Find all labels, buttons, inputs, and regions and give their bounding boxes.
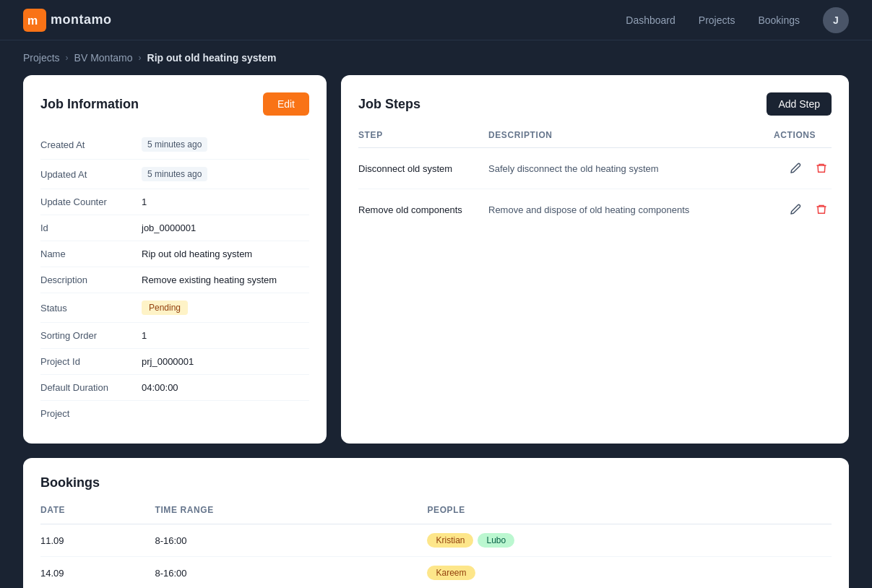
nav-projects[interactable]: Projects bbox=[699, 14, 735, 26]
steps-table: Step Description Actions Disconnect old … bbox=[358, 130, 832, 230]
info-row: Project bbox=[40, 401, 309, 427]
user-avatar[interactable]: J bbox=[823, 7, 849, 33]
step-description: Safely disconnect the old heating system bbox=[488, 148, 774, 189]
job-steps-title: Job Steps bbox=[358, 97, 420, 112]
info-field-value: Remove existing heating system bbox=[142, 267, 309, 293]
nav-links: Dashboard Projects Bookings bbox=[626, 14, 800, 26]
bookings-col-time: Time Range bbox=[155, 505, 427, 524]
cards-row: Job Information Edit Created At5 minutes… bbox=[23, 75, 849, 444]
nav-bookings[interactable]: Bookings bbox=[758, 14, 800, 26]
info-field-label: Description bbox=[40, 267, 142, 293]
delete-step-icon[interactable] bbox=[811, 199, 832, 220]
step-actions bbox=[774, 148, 832, 189]
booking-people: Kareem bbox=[427, 557, 832, 589]
bookings-col-date: Date bbox=[40, 505, 155, 524]
booking-time-range: 8-16:00 bbox=[155, 557, 427, 589]
edit-step-icon[interactable] bbox=[785, 158, 806, 178]
time-badge: 5 minutes ago bbox=[142, 167, 207, 181]
info-field-value: 1 bbox=[142, 189, 309, 215]
info-field-label: Status bbox=[40, 293, 142, 323]
breadcrumb: Projects › BV Montamo › Rip out old heat… bbox=[0, 40, 872, 75]
info-row: DescriptionRemove existing heating syste… bbox=[40, 267, 309, 293]
info-field-value: Pending bbox=[142, 293, 309, 323]
person-badge: Kareem bbox=[427, 566, 475, 580]
bookings-col-people: People bbox=[427, 505, 832, 524]
steps-col-actions: Actions bbox=[774, 130, 832, 148]
brand-logo-icon: m bbox=[23, 9, 46, 32]
info-row: Sorting Order1 bbox=[40, 323, 309, 349]
step-name: Disconnect old system bbox=[358, 148, 488, 189]
info-row: Project Idprj_0000001 bbox=[40, 349, 309, 375]
info-row: Default Duration04:00:00 bbox=[40, 375, 309, 401]
info-row: Idjob_0000001 bbox=[40, 215, 309, 241]
add-step-button[interactable]: Add Step bbox=[767, 92, 832, 116]
job-info-card: Job Information Edit Created At5 minutes… bbox=[23, 75, 327, 444]
steps-row: Remove old componentsRemove and dispose … bbox=[358, 189, 832, 230]
info-table: Created At5 minutes agoUpdated At5 minut… bbox=[40, 130, 309, 426]
brand-name: montamo bbox=[51, 12, 112, 27]
breadcrumb-sep-2: › bbox=[139, 53, 142, 63]
bookings-title: Bookings bbox=[40, 475, 100, 490]
info-field-label: Name bbox=[40, 241, 142, 267]
info-field-label: Id bbox=[40, 215, 142, 241]
bookings-header: Bookings bbox=[40, 475, 832, 490]
navbar: m montamo Dashboard Projects Bookings J bbox=[0, 0, 872, 40]
bookings-card: Bookings Date Time Range People 11.098-1… bbox=[23, 458, 849, 588]
job-steps-card: Job Steps Add Step Step Description Acti… bbox=[341, 75, 849, 444]
info-field-label: Created At bbox=[40, 130, 142, 160]
job-steps-header: Job Steps Add Step bbox=[358, 92, 832, 116]
breadcrumb-current: Rip out old heating system bbox=[147, 52, 277, 64]
info-field-value: 5 minutes ago bbox=[142, 160, 309, 189]
step-name: Remove old components bbox=[358, 189, 488, 230]
info-field-label: Project Id bbox=[40, 349, 142, 375]
info-field-value: job_0000001 bbox=[142, 215, 309, 241]
pending-badge: Pending bbox=[142, 301, 188, 315]
breadcrumb-bv-montamo[interactable]: BV Montamo bbox=[74, 52, 133, 64]
svg-text:m: m bbox=[27, 14, 38, 27]
info-field-value: prj_0000001 bbox=[142, 349, 309, 375]
info-field-label: Update Counter bbox=[40, 189, 142, 215]
booking-date: 11.09 bbox=[40, 524, 155, 557]
info-field-label: Project bbox=[40, 401, 142, 427]
info-row: StatusPending bbox=[40, 293, 309, 323]
info-field-value bbox=[142, 401, 309, 427]
booking-date: 14.09 bbox=[40, 557, 155, 589]
info-field-label: Sorting Order bbox=[40, 323, 142, 349]
step-description: Remove and dispose of old heating compon… bbox=[488, 189, 774, 230]
nav-dashboard[interactable]: Dashboard bbox=[626, 14, 675, 26]
info-field-value: 1 bbox=[142, 323, 309, 349]
info-field-label: Updated At bbox=[40, 160, 142, 189]
steps-col-desc: Description bbox=[488, 130, 774, 148]
delete-step-icon[interactable] bbox=[811, 158, 832, 178]
main-content: Job Information Edit Created At5 minutes… bbox=[0, 75, 872, 588]
steps-row: Disconnect old systemSafely disconnect t… bbox=[358, 148, 832, 189]
steps-col-step: Step bbox=[358, 130, 488, 148]
info-field-value: 04:00:00 bbox=[142, 375, 309, 401]
step-actions bbox=[774, 189, 832, 230]
job-info-title: Job Information bbox=[40, 97, 139, 112]
booking-row: 11.098-16:00KristianLubo bbox=[40, 524, 832, 557]
info-field-label: Default Duration bbox=[40, 375, 142, 401]
brand: m montamo bbox=[23, 9, 112, 32]
booking-time-range: 8-16:00 bbox=[155, 524, 427, 557]
info-row: Update Counter1 bbox=[40, 189, 309, 215]
breadcrumb-sep-1: › bbox=[66, 53, 69, 63]
edit-step-icon[interactable] bbox=[785, 199, 806, 220]
info-field-value: 5 minutes ago bbox=[142, 130, 309, 160]
info-row: NameRip out old heating system bbox=[40, 241, 309, 267]
person-badge: Lubo bbox=[478, 533, 514, 548]
booking-people: KristianLubo bbox=[427, 524, 832, 557]
job-info-header: Job Information Edit bbox=[40, 92, 309, 116]
time-badge: 5 minutes ago bbox=[142, 137, 207, 152]
booking-row: 14.098-16:00Kareem bbox=[40, 557, 832, 589]
bookings-table: Date Time Range People 11.098-16:00Krist… bbox=[40, 505, 832, 588]
info-field-value: Rip out old heating system bbox=[142, 241, 309, 267]
edit-button[interactable]: Edit bbox=[263, 92, 309, 116]
info-row: Created At5 minutes ago bbox=[40, 130, 309, 160]
person-badge: Kristian bbox=[427, 533, 473, 548]
info-row: Updated At5 minutes ago bbox=[40, 160, 309, 189]
breadcrumb-projects[interactable]: Projects bbox=[23, 52, 60, 64]
